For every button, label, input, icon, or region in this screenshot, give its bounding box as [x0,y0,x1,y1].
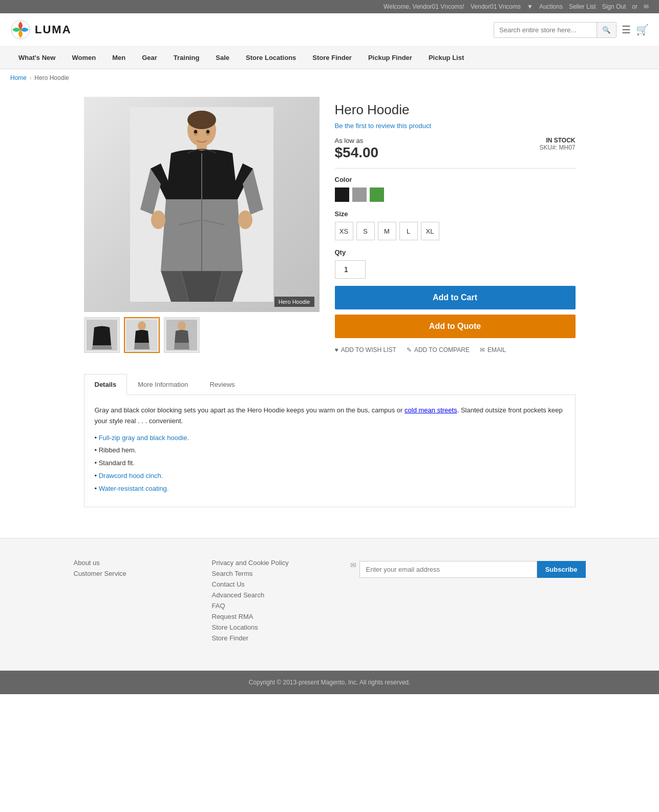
footer-customer-service[interactable]: Customer Service [74,570,192,577]
add-to-cart-button[interactable]: Add to Cart [335,286,576,309]
color-swatch-gray[interactable] [352,188,367,202]
footer-contact-us[interactable]: Contact Us [212,580,330,588]
or-text: or [632,3,637,10]
svg-point-10 [194,130,197,134]
nav-item-pickup-finder[interactable]: Pickup Finder [360,47,420,69]
cold-streets-link[interactable]: cold mean streets [405,406,457,414]
qty-input[interactable] [335,260,366,279]
newsletter-email-input[interactable] [359,561,537,578]
envelope-icon[interactable]: ✉ [644,3,649,10]
footer-privacy[interactable]: Privacy and Cookie Policy [212,559,330,567]
color-label: Color [335,176,576,183]
bullet-link-1[interactable]: Full-zip gray and black hoodie. [99,434,189,442]
cart-icon[interactable]: 🛒 [636,24,649,36]
luma-logo-icon [10,19,31,40]
svg-point-6 [151,211,165,229]
product-page: Hero Hoodie [74,87,586,364]
nav-item-men[interactable]: Men [104,47,134,69]
nav-item-whats-new[interactable]: What's New [10,47,63,69]
compare-link[interactable]: ✎ ADD TO COMPARE [407,346,470,353]
details-bullets: • Full-zip gray and black hoodie. • Ribb… [95,433,565,494]
thumbnail-3[interactable] [164,317,200,353]
compare-icon: ✎ [407,346,412,353]
price-block: As low as $54.00 [335,137,379,161]
email-link[interactable]: ✉ EMAIL [480,346,506,353]
newsletter-subscribe-button[interactable]: Subscribe [537,561,586,578]
size-s[interactable]: S [356,222,375,240]
hoodie-svg [130,107,273,302]
footer-col-1: About us Customer Service [74,559,192,645]
thumb-svg-1 [87,320,117,350]
breadcrumb-home[interactable]: Home [10,74,27,81]
newsletter-form: ✉ Subscribe [350,561,586,578]
header-right: 🔍 ☰ 🛒 [494,22,649,38]
color-swatches [335,188,576,202]
newsletter-email-icon: ✉ [350,561,356,578]
svg-point-16 [178,321,186,330]
nav-item-store-locations[interactable]: Store Locations [238,47,304,69]
footer-faq[interactable]: FAQ [212,602,330,610]
review-link[interactable]: Be the first to review this product [335,122,576,130]
size-xs[interactable]: XS [335,222,353,240]
footer-about-us[interactable]: About us [74,559,192,567]
footer-request-rma[interactable]: Request RMA [212,613,330,620]
search-input[interactable] [494,23,597,37]
nav-item-training[interactable]: Training [165,47,208,69]
color-swatch-black[interactable] [335,188,349,202]
footer-bottom: Copyright © 2013-present Magento, Inc. A… [0,671,659,694]
nav-item-store-finder[interactable]: Store Finder [304,47,360,69]
nav-item-women[interactable]: Women [63,47,104,69]
stock-info: IN STOCK SKU#: MH07 [539,137,575,151]
nav-item-sale[interactable]: Sale [207,47,238,69]
footer-newsletter: ✉ Subscribe [350,559,586,645]
seller-list-link[interactable]: Seller List [569,3,596,10]
search-button[interactable]: 🔍 [597,23,616,37]
qty-option: Qty [335,248,576,286]
logo[interactable]: LUMA [10,19,72,40]
main-product-image: Hero Hoodie [84,97,320,312]
tab-reviews[interactable]: Reviews [199,374,245,395]
footer-search-terms[interactable]: Search Terms [212,570,330,577]
nav-item-pickup-list[interactable]: Pickup List [420,47,472,69]
sign-out-link[interactable]: Sign Out [602,3,626,10]
svg-point-14 [138,321,146,330]
product-price: $54.00 [335,144,379,161]
chevron-down-icon: ▼ [527,3,533,10]
svg-point-11 [206,130,209,134]
heart-icon: ♥ [335,346,338,353]
bullet-link-4[interactable]: Drawcord hood cinch. [99,472,163,480]
add-to-quote-button[interactable]: Add to Quote [335,315,576,338]
auctions-link[interactable]: Auctions [539,3,563,10]
size-swatches: XS S M L XL [335,222,576,240]
search-box: 🔍 [494,22,617,38]
footer-content: About us Customer Service Privacy and Co… [74,559,586,660]
svg-point-7 [238,211,252,229]
vendor-dropdown[interactable]: Vendor01 Vncoms [471,3,521,10]
bullet-link-5[interactable]: Water-resistant coating. [99,485,169,492]
thumbnail-2[interactable] [124,317,160,353]
compare-list-icon[interactable]: ☰ [622,24,631,36]
wish-list-link[interactable]: ♥ ADD TO WISH LIST [335,346,396,353]
color-swatch-green[interactable] [370,188,384,202]
tab-details[interactable]: Details [84,374,127,395]
size-m[interactable]: M [378,222,396,240]
footer-advanced-search[interactable]: Advanced Search [212,591,330,599]
tab-more-info[interactable]: More Information [127,374,199,395]
breadcrumb-separator: › [30,75,31,81]
product-title: Hero Hoodie [335,102,576,118]
size-xl[interactable]: XL [421,222,439,240]
svg-point-3 [187,111,216,129]
logo-text: LUMA [35,23,72,36]
thumb-svg-2 [126,320,157,350]
size-l[interactable]: L [399,222,418,240]
thumbnail-1[interactable] [84,317,120,353]
in-stock-badge: IN STOCK [539,137,575,144]
copyright-text: Copyright © 2013-present Magento, Inc. A… [249,679,411,686]
as-low-as-label: As low as [335,137,379,144]
footer-store-locations[interactable]: Store Locations [212,623,330,631]
breadcrumb-current: Hero Hoodie [34,74,69,81]
image-label: Hero Hoodie [274,297,314,307]
bullet-1: • Full-zip gray and black hoodie. [95,433,565,444]
footer-store-finder[interactable]: Store Finder [212,634,330,642]
nav-item-gear[interactable]: Gear [134,47,165,69]
